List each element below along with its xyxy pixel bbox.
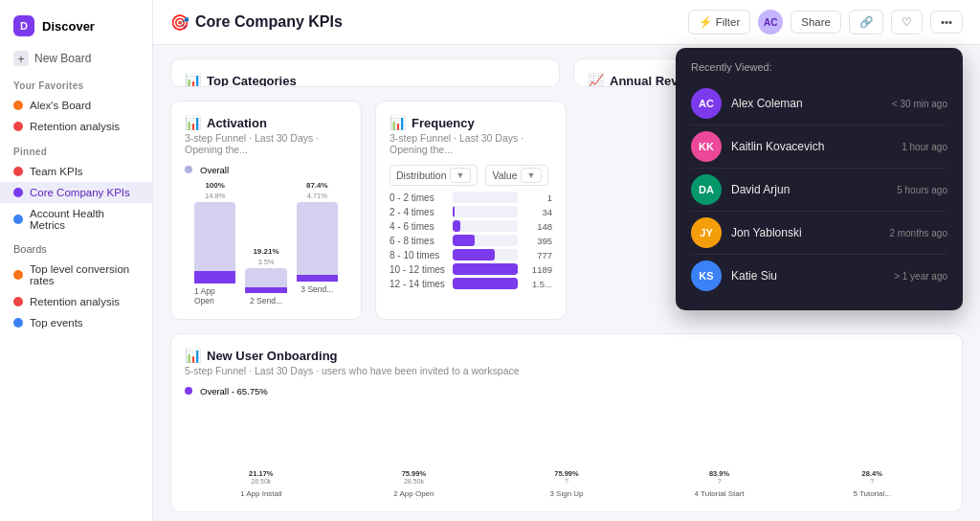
onboard-bar-wrap: 21.17% 28.50k 1 App Install [189,469,334,498]
sidebar-item-teamkpis[interactable]: Team KPIs [0,161,152,182]
freq-row: 6 - 8 times 395 [390,235,552,246]
frequency-title: 📊 Frequency [390,115,552,130]
freq-row: 2 - 4 times 34 [390,206,552,217]
rv-avatar-4: KS [691,260,722,291]
freq-row: 0 - 2 times 1 [390,192,552,203]
like-button[interactable]: ♡ [891,10,923,34]
dot-icon [13,167,23,176]
top-categories-card: 📊 Top Categories Users by category · Wha… [170,58,560,87]
app-logo: D Discover [0,11,152,46]
share-button[interactable]: Share [791,11,841,34]
page-title: 🎯 Core Company KPIs [170,13,679,32]
topbar-actions: ⚡ Filter AC Share 🔗 ♡ ••• [688,10,963,34]
chart-icon: 📊 [185,73,201,87]
link-button[interactable]: 🔗 [849,10,883,34]
sidebar-item-topevents[interactable]: Top events [0,312,152,333]
sidebar-item-topconversion[interactable]: Top level conversion rates [0,259,152,291]
sidebar-item-label: Alex's Board [30,100,91,111]
activation-title: 📊 Activation [185,115,347,130]
dot-icon [13,297,23,306]
bar-outer [245,268,286,293]
filter-button[interactable]: ⚡ Filter [688,10,751,34]
dot-icon [13,215,23,224]
favorites-section-label: Your Favorites [0,71,152,95]
dot-icon [13,101,23,110]
activation-icon: 📊 [185,115,201,130]
sidebar-item-retentionboards[interactable]: Retention analysis [0,291,152,312]
rv-avatar-3: JY [691,217,722,248]
onboarding-title: 📊 New User Onboarding [185,348,948,363]
sidebar-item-label: Core Company KPIs [30,187,130,198]
activation-bar-1: 100% 14.8% 1 App Open [194,181,235,306]
title-text: Top Categories [207,74,297,88]
app-name: Discover [42,19,95,34]
sidebar-item-label: Retention analysis [30,121,120,132]
share-label: Share [801,16,831,28]
rv-avatar-0: AC [691,88,722,119]
onboard-bar-label: 5 Tutorial... [853,489,891,498]
activation-bar-2: 19.21% 3.5% 2 Send... [245,181,286,306]
rv-time-0: < 30 min ago [892,99,947,109]
filter-icon: ⚡ [699,15,712,29]
dot-icon [13,270,23,280]
rv-item-2[interactable]: DA David Arjun 5 hours ago [691,169,947,212]
new-board-button[interactable]: + New Board [0,46,152,71]
rv-name-0: Alex Coleman [731,97,882,110]
top-categories-title: 📊 Top Categories [185,73,546,87]
bar-inner [245,287,286,294]
plus-icon: + [13,51,29,66]
activation-subtitle: 3-step Funnel · Last 30 Days · Opening t… [185,132,347,155]
rv-item-4[interactable]: KS Katie Siu > 1 year ago [691,255,947,297]
boards-section-label: Boards [0,236,152,259]
bar-inner [297,275,338,282]
sidebar-item-alexboard[interactable]: Alex's Board [0,95,152,116]
sidebar-item-accounthealth[interactable]: Account Health Metrics [0,203,152,236]
bar-outer [297,202,338,282]
sidebar-item-label: Team KPIs [30,166,83,177]
legend-label: Overall [200,165,229,175]
bar-inner [194,271,235,283]
onboard-bar-wrap: 28.4% ? 5 Tutorial... [799,469,945,498]
freq-row: 12 - 14 times 1.5... [390,278,552,289]
rv-time-2: 5 hours ago [897,185,947,195]
sidebar-item-retention1[interactable]: Retention analysis [0,116,152,137]
dot-icon [13,122,23,131]
rv-avatar-2: DA [691,174,722,205]
freq-row: 8 - 10 times 777 [390,249,552,260]
rv-title: Recently Viewed: [691,61,947,73]
recently-viewed-popup: Recently Viewed: AC Alex Coleman < 30 mi… [676,48,963,310]
logo-icon: D [13,15,34,36]
sidebar-item-label: Account Health Metrics [30,208,139,231]
onboarding-legend: Overall - 65.75% [185,386,948,396]
sidebar-item-label: Top level conversion rates [30,263,139,286]
onboard-bar-label: 3 Sign Up [549,489,583,498]
activation-card: 📊 Activation 3-step Funnel · Last 30 Day… [170,101,362,320]
sidebar-item-label: Top events [30,317,83,328]
freq-row: 10 - 12 times 1189 [390,263,552,275]
title-text: Core Company KPIs [195,13,343,31]
rv-item-1[interactable]: KK Kaitlin Kovacevich 1 hour ago [691,125,947,169]
onboard-bar-label: 2 App Open [393,489,434,498]
new-board-label: New Board [34,52,91,65]
rv-time-1: 1 hour ago [902,142,947,152]
rv-item-3[interactable]: JY Jon Yablonski 2 months ago [691,212,947,255]
more-button[interactable]: ••• [930,11,963,34]
onboard-bar-wrap: 83.9% ? 4 Tutorial Start [647,469,792,498]
rv-item-0[interactable]: AC Alex Coleman < 30 min ago [691,82,947,125]
title-emoji: 🎯 [170,13,189,32]
rv-name-1: Kaitlin Kovacevich [731,140,892,153]
onboard-bar-wrap: 75.99% ? 3 Sign Up [494,469,639,498]
sidebar-item-corekpis[interactable]: Core Company KPIs [0,182,152,203]
rv-time-4: > 1 year ago [894,271,947,282]
onboard-bar-label: 4 Tutorial Start [695,489,745,498]
rv-avatar-1: KK [691,131,722,162]
user-avatar: AC [758,10,783,34]
title-text: Activation [207,116,267,130]
activation-legend: Overall [185,165,347,175]
dot-icon [13,318,23,328]
rv-time-3: 2 months ago [889,228,947,238]
onboard-bar-label: 1 App Install [240,489,282,498]
bar-label: 1 App Open [194,286,235,306]
onboard-bar-wrap: 75.99% 28.50k 2 App Open [342,469,487,498]
dot-icon [13,188,23,197]
